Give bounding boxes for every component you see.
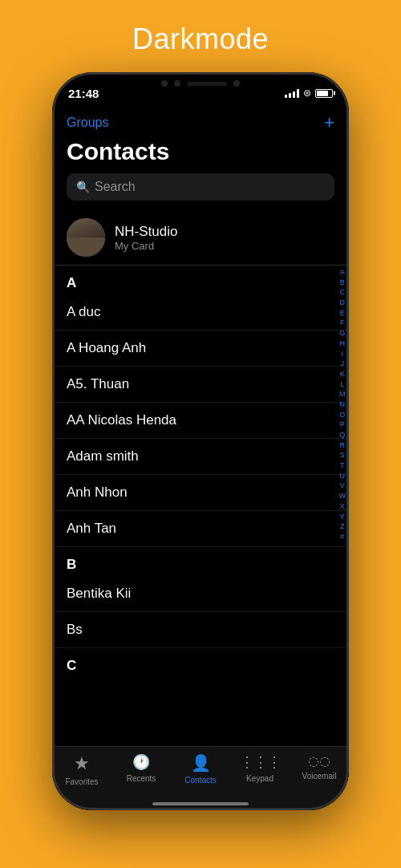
search-input[interactable]: Search [95, 180, 136, 194]
nav-bar: Groups + [52, 107, 349, 135]
phone-frame: 21:48 ⊛ Groups + Contacts 🔍 Search [52, 72, 349, 810]
app-screen: Groups + Contacts 🔍 Search NH-Studio My … [52, 107, 349, 810]
contacts-heading: Contacts [52, 135, 349, 173]
notch [136, 72, 265, 95]
keypad-icon: ⋮⋮⋮ [240, 753, 281, 771]
tab-favorites[interactable]: ★ Favorites [52, 753, 111, 786]
section-header-c: C [52, 648, 349, 677]
list-item[interactable]: Adam smith [52, 439, 349, 475]
list-item[interactable]: AA Nicolas Henda [52, 403, 349, 439]
list-item[interactable]: Bs [52, 612, 349, 648]
home-indicator [152, 802, 249, 805]
contacts-icon: 👤 [191, 753, 211, 773]
my-card[interactable]: NH-Studio My Card [52, 210, 349, 266]
list-item[interactable]: A duc [52, 294, 349, 331]
section-header-b: B [52, 547, 349, 576]
tab-contacts-label: Contacts [184, 776, 216, 785]
list-item[interactable]: Anh Tan [52, 511, 349, 547]
signal-icon [285, 88, 299, 98]
list-item[interactable]: Anh Nhon [52, 475, 349, 511]
search-icon: 🔍 [76, 180, 90, 193]
voicemail-icon: ◌◌ [308, 753, 330, 769]
battery-icon [315, 89, 333, 98]
status-icons: ⊛ [285, 87, 333, 99]
page-title: Darkmode [132, 22, 269, 56]
tab-keypad[interactable]: ⋮⋮⋮ Keypad [230, 753, 290, 783]
tab-contacts[interactable]: 👤 Contacts [171, 753, 230, 785]
tab-recents[interactable]: 🕐 Recents [111, 753, 171, 783]
search-bar[interactable]: 🔍 Search [67, 173, 334, 201]
wifi-icon: ⊛ [303, 87, 311, 99]
contacts-list: A A duc A Hoang Anh A5. Thuan AA Nicolas… [52, 266, 349, 810]
list-item[interactable]: A5. Thuan [52, 367, 349, 403]
tab-voicemail-label: Voicemail [302, 772, 337, 781]
alphabet-index[interactable]: A B C D E F G H I J K L M N O P Q R S T … [339, 268, 346, 542]
tab-keypad-label: Keypad [246, 774, 273, 783]
groups-button[interactable]: Groups [67, 116, 108, 130]
section-header-a: A [52, 266, 349, 294]
list-item[interactable]: Bentika Kii [52, 576, 349, 612]
add-contact-button[interactable]: + [324, 114, 334, 132]
tab-favorites-label: Favorites [65, 777, 98, 786]
my-card-info: NH-Studio My Card [115, 224, 177, 252]
favorites-icon: ★ [74, 753, 90, 774]
my-card-subtitle: My Card [115, 240, 177, 252]
my-card-name: NH-Studio [115, 224, 177, 240]
recents-icon: 🕐 [132, 753, 150, 771]
list-item[interactable]: A Hoang Anh [52, 331, 349, 367]
tab-bar: ★ Favorites 🕐 Recents 👤 Contacts ⋮⋮⋮ Key… [52, 746, 349, 810]
avatar [67, 218, 105, 257]
tab-voicemail[interactable]: ◌◌ Voicemail [290, 753, 349, 781]
tab-recents-label: Recents [127, 774, 156, 783]
status-time: 21:48 [68, 87, 99, 100]
